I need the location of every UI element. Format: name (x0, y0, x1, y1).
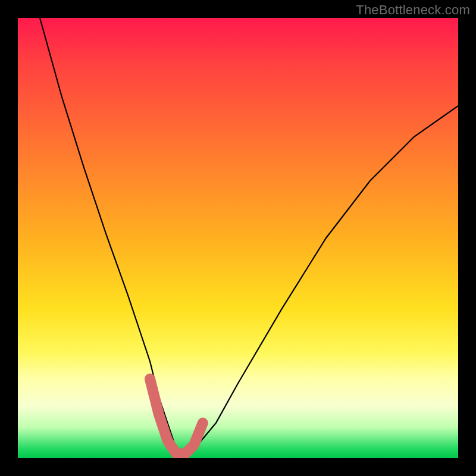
watermark-text: TheBottleneck.com (356, 2, 470, 18)
bottleneck-curve (40, 18, 458, 458)
curve-layer (18, 18, 458, 458)
plot-area (18, 18, 458, 458)
chart-frame: TheBottleneck.com (0, 0, 476, 476)
highlight-segment (150, 379, 203, 454)
